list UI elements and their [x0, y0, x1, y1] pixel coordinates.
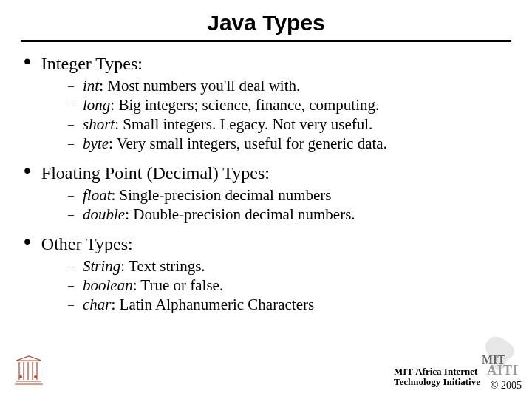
org-line2: Technology Initiative	[394, 376, 480, 387]
type-keyword: short	[83, 115, 115, 133]
type-desc: : Text strings.	[120, 257, 205, 275]
svg-point-8	[34, 375, 37, 378]
copyright: © 2005	[491, 380, 522, 392]
dash-icon: –	[68, 115, 74, 134]
type-keyword: boolean	[83, 276, 133, 294]
org-line1: MIT-Africa Internet	[394, 366, 477, 377]
type-desc: : Big integers; science, finance, comput…	[110, 96, 379, 114]
slide: Java Types • Integer Types: –int: Most n…	[0, 0, 532, 399]
bullet-integer-types: • Integer Types:	[21, 52, 511, 75]
type-keyword: byte	[83, 134, 109, 152]
list-item: –float: Single-precision decimal numbers	[68, 185, 511, 205]
bullet-dot-icon: •	[24, 51, 31, 72]
initiative-text: MIT-Africa Internet Technology Initiativ…	[394, 366, 480, 387]
bullet-other-types: • Other Types:	[21, 233, 511, 255]
dash-icon: –	[68, 276, 74, 295]
type-desc: : True or false.	[133, 276, 224, 294]
type-keyword: int	[83, 77, 99, 95]
type-desc: : Very small integers, useful for generi…	[109, 134, 387, 152]
type-keyword: float	[83, 186, 112, 204]
dash-icon: –	[68, 205, 74, 224]
svg-point-7	[19, 375, 22, 378]
dash-icon: –	[68, 134, 74, 153]
bullet-dot-icon: •	[24, 160, 31, 181]
section-label: Other Types:	[41, 233, 133, 255]
list-item: –double: Double-precision decimal number…	[68, 205, 511, 224]
sub-list-other: –String: Text strings. –boolean: True or…	[68, 256, 511, 314]
list-item: –boolean: True or false.	[68, 276, 511, 295]
section-label: Integer Types:	[41, 52, 143, 75]
type-desc: : Most numbers you'll deal with.	[99, 77, 300, 95]
type-desc: : Small integers. Legacy. Not very usefu…	[115, 115, 372, 133]
sub-list-floating: –float: Single-precision decimal numbers…	[68, 185, 511, 224]
list-item: –String: Text strings.	[68, 256, 511, 276]
dash-icon: –	[68, 295, 74, 314]
type-desc: : Double-precision decimal numbers.	[125, 205, 355, 223]
columns-icon	[13, 355, 44, 386]
type-desc: : Single-precision decimal numbers	[112, 186, 332, 204]
title-divider	[21, 40, 511, 42]
dash-icon: –	[68, 76, 74, 95]
list-item: –int: Most numbers you'll deal with.	[68, 76, 511, 95]
dash-icon: –	[68, 256, 74, 276]
list-item: –byte: Very small integers, useful for g…	[68, 134, 511, 153]
section-label: Floating Point (Decimal) Types:	[41, 162, 270, 184]
type-desc: : Latin Alphanumeric Characters	[112, 296, 315, 313]
sub-list-integer: –int: Most numbers you'll deal with. –lo…	[68, 76, 511, 153]
list-item: –char: Latin Alphanumeric Characters	[68, 295, 511, 314]
list-item: –long: Big integers; science, finance, c…	[68, 95, 511, 115]
type-keyword: double	[83, 205, 125, 223]
type-keyword: long	[83, 96, 110, 114]
bullet-floating-point: • Floating Point (Decimal) Types:	[21, 162, 511, 184]
dash-icon: –	[68, 185, 74, 205]
type-keyword: char	[83, 296, 112, 313]
footer: MIT AITI MIT-Africa Internet Technology …	[0, 352, 532, 393]
dash-icon: –	[68, 95, 74, 115]
list-item: –short: Small integers. Legacy. Not very…	[68, 115, 511, 134]
bullet-dot-icon: •	[24, 231, 31, 252]
type-keyword: String	[83, 257, 120, 275]
content-area: • Integer Types: –int: Most numbers you'…	[21, 52, 511, 314]
footer-logo-left	[13, 355, 44, 389]
slide-title: Java Types	[21, 10, 511, 35]
aiti-watermark: AITI	[487, 363, 519, 378]
